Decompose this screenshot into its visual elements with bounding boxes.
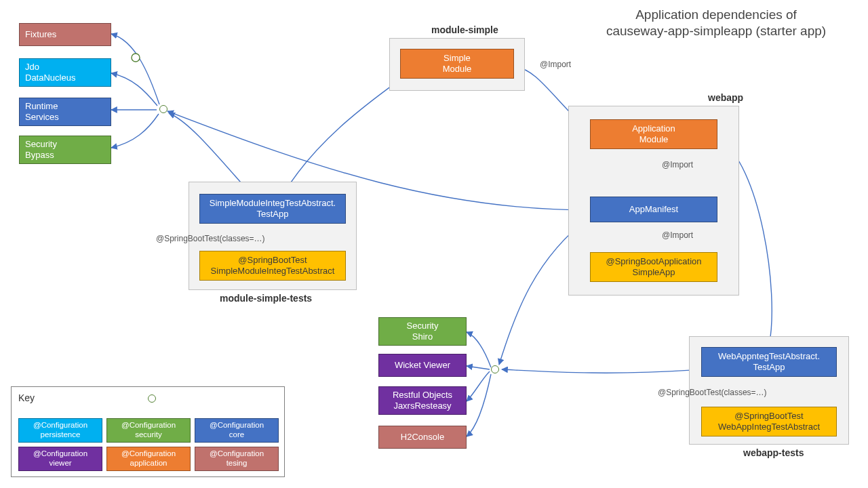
node-jdo-datanucleus: JdoDataNucleus bbox=[19, 58, 111, 87]
edge-label-springboot-classes-2: @SpringBootTest(classes=…) bbox=[658, 388, 767, 397]
label: Security bbox=[407, 321, 439, 331]
edge-label-import-1: @Import bbox=[662, 160, 693, 169]
node-spring-boot-test-simple: @SpringBootTestSimpleModuleIntegTestAbst… bbox=[199, 251, 346, 281]
label: @SpringBootTest bbox=[238, 255, 307, 265]
label: Jdo bbox=[25, 62, 39, 72]
title-line2: causeway-app-simpleapp (starter app) bbox=[606, 24, 826, 38]
label: SimpleModuleIntegTestAbstract bbox=[211, 266, 335, 276]
edge-label-import-2: @Import bbox=[662, 230, 693, 240]
label: Services bbox=[25, 112, 59, 122]
legend-grid: @Configurationpersistence @Configuration… bbox=[18, 418, 277, 471]
node-h2console: H2Console bbox=[378, 426, 467, 449]
label: Bypass bbox=[25, 150, 54, 160]
group-label-webapp-tests: webapp-tests bbox=[743, 447, 804, 458]
diagram-title: Application dependencies of causeway-app… bbox=[580, 7, 852, 39]
label: @SpringBootTest bbox=[734, 411, 803, 421]
junction-left bbox=[159, 105, 167, 113]
node-runtime-services: RuntimeServices bbox=[19, 98, 111, 126]
svg-point-0 bbox=[132, 54, 140, 62]
group-label-webapp: webapp bbox=[708, 92, 743, 103]
label: H2Console bbox=[401, 432, 444, 443]
legend-junction-icon-abs bbox=[148, 394, 156, 403]
legend-persistence: @Configurationpersistence bbox=[18, 418, 102, 443]
label: @SpringBootApplication bbox=[606, 256, 701, 266]
legend-core: @Configurationcore bbox=[195, 418, 279, 443]
label: Module bbox=[639, 134, 669, 144]
label: TestApp bbox=[257, 209, 289, 219]
node-security-bypass: SecurityBypass bbox=[19, 136, 111, 164]
node-application-module: ApplicationModule bbox=[590, 119, 717, 149]
label: Simple bbox=[443, 53, 471, 63]
node-spring-boot-test-webapp: @SpringBootTestWebAppIntegTestAbstract bbox=[701, 407, 837, 436]
label: Restful Objects bbox=[393, 390, 452, 400]
label: Shiro bbox=[412, 331, 433, 342]
group-label-module-simple: module-simple bbox=[431, 24, 498, 35]
group-label-module-simple-tests: module-simple-tests bbox=[220, 293, 312, 304]
label: Wicket Viewer bbox=[395, 360, 450, 371]
label: JaxrsResteasy bbox=[393, 401, 451, 411]
node-app-manifest: AppManifest bbox=[590, 197, 717, 222]
node-fixtures: Fixtures bbox=[19, 23, 111, 46]
label: SimpleModuleIntegTestAbstract. bbox=[210, 198, 336, 208]
node-simple-module: SimpleModule bbox=[400, 49, 514, 79]
junction-right bbox=[491, 365, 499, 373]
label: AppManifest bbox=[629, 204, 678, 215]
label: Module bbox=[443, 64, 472, 74]
node-spring-boot-application: @SpringBootApplicationSimpleApp bbox=[590, 252, 717, 282]
legend-testing: @Configurationtesing bbox=[195, 447, 279, 471]
label: Fixtures bbox=[25, 29, 56, 40]
title-line1: Application dependencies of bbox=[635, 7, 797, 22]
label: Security bbox=[25, 139, 57, 149]
label: TestApp bbox=[753, 362, 785, 372]
label: Application bbox=[632, 123, 675, 134]
node-security-shiro: SecurityShiro bbox=[378, 317, 467, 346]
label: WebAppntegTestAbstract. bbox=[718, 351, 820, 361]
edge-label-springboot-classes-1: @SpringBootTest(classes=…) bbox=[156, 234, 265, 243]
label: WebAppIntegTestAbstract bbox=[718, 422, 820, 432]
label: Runtime bbox=[25, 101, 58, 111]
label: DataNucleus bbox=[25, 73, 75, 83]
node-wicket-viewer: Wicket Viewer bbox=[378, 354, 467, 377]
diagram-canvas: { "title_line1": "Application dependenci… bbox=[0, 0, 868, 488]
legend-viewer: @Configurationviewer bbox=[18, 447, 102, 471]
label: SimpleApp bbox=[633, 267, 675, 277]
node-restful-objects: Restful ObjectsJaxrsResteasy bbox=[378, 386, 467, 415]
node-webapp-integ-test-app: WebAppntegTestAbstract.TestApp bbox=[701, 347, 837, 377]
edge-label-import-3: @Import bbox=[540, 60, 571, 69]
node-simple-module-integ-test-app: SimpleModuleIntegTestAbstract.TestApp bbox=[199, 194, 346, 224]
legend-security: @Configurationsecurity bbox=[106, 418, 191, 443]
legend-application: @Configurationapplication bbox=[106, 447, 191, 471]
